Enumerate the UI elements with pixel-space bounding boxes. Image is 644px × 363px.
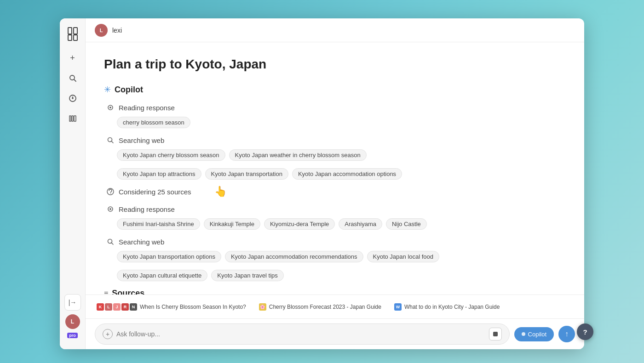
tag-sw1-0[interactable]: Kyoto Japan cherry blossom season xyxy=(117,149,225,161)
followup-input[interactable] xyxy=(116,330,485,338)
main-area: L lexi Plan a trip to Kyoto, Japan ✳ Cop… xyxy=(86,18,584,349)
app-window: + |→ L xyxy=(60,18,584,349)
search-button[interactable] xyxy=(64,70,81,86)
svg-rect-8 xyxy=(69,116,71,121)
send-button[interactable]: ↑ xyxy=(558,326,575,342)
top-bar: L lexi xyxy=(86,18,584,42)
tag-sw2-0[interactable]: Kyoto Japan transportation options xyxy=(117,251,221,262)
searching-web-1-tags-row1: Kyoto Japan cherry blossom season Kyoto … xyxy=(117,149,566,161)
reading-response-1-label: Reading response xyxy=(119,104,175,112)
considering-icon xyxy=(106,187,115,196)
stop-button[interactable] xyxy=(489,328,502,340)
svg-rect-2 xyxy=(68,35,72,40)
tag-rr2-3[interactable]: Arashiyama xyxy=(339,218,382,230)
sidebar-expand-button[interactable]: |→ xyxy=(64,294,81,311)
copilot-dot-icon xyxy=(522,332,525,336)
bottom-tab-label-0: When Is Cherry Blossom Season In Kyoto? xyxy=(140,304,246,310)
searching-icon-1 xyxy=(106,136,115,145)
svg-rect-9 xyxy=(72,116,73,121)
searching-icon-2 xyxy=(106,237,115,246)
content-area[interactable]: Plan a trip to Kyoto, Japan ✳ Copilot Re… xyxy=(86,42,584,295)
sources-list-icon: ≡ xyxy=(104,289,108,295)
considering-label: Considering 25 sources xyxy=(119,188,191,196)
library-button[interactable] xyxy=(64,110,81,127)
reading-response-1-row: Reading response xyxy=(106,103,566,112)
favicon-n: N xyxy=(130,303,137,311)
svg-rect-0 xyxy=(68,28,72,34)
followup-bar: + Copilot ↑ xyxy=(86,318,584,349)
favicon-k: K xyxy=(97,303,104,311)
help-button[interactable]: ? xyxy=(577,323,593,340)
page-title: Plan a trip to Kyoto, Japan xyxy=(104,57,566,72)
tag-sw1-3[interactable]: Kyoto Japan transportation xyxy=(205,168,288,180)
tag-rr2-4[interactable]: Nijo Castle xyxy=(386,218,427,230)
tag-sw2-4[interactable]: Kyoto Japan travel tips xyxy=(211,270,284,281)
followup-input-wrap[interactable]: + xyxy=(95,323,510,345)
svg-line-14 xyxy=(112,142,114,143)
reading-response-2-label: Reading response xyxy=(119,205,175,213)
favicon-c: 🌸 xyxy=(259,303,266,311)
sources-section: ≡ Sources Cherry Blos... Best Root... xyxy=(104,289,566,295)
copilot-button[interactable]: Copilot xyxy=(514,327,554,341)
expand-icon: |→ xyxy=(69,299,77,306)
considering-sources-row: Considering 25 sources xyxy=(106,187,566,196)
sidebar: + |→ L xyxy=(60,18,86,349)
bottom-tab-1[interactable]: 🌸 Cherry Blossom Forecast 2023 - Japan G… xyxy=(253,300,388,314)
svg-rect-10 xyxy=(74,116,76,121)
stop-icon xyxy=(493,332,498,336)
new-button[interactable]: + xyxy=(64,50,81,66)
pro-badge: pro xyxy=(67,333,78,338)
svg-line-20 xyxy=(112,243,114,245)
reading-icon-1 xyxy=(106,103,115,112)
reading-icon-2 xyxy=(106,204,115,214)
tag-sw2-2[interactable]: Kyoto Japan local food xyxy=(367,251,440,262)
svg-line-5 xyxy=(74,79,76,81)
svg-point-18 xyxy=(109,208,111,210)
sources-header: ≡ Sources xyxy=(104,289,566,295)
reading-response-1-tags: cherry blossom season xyxy=(117,117,566,128)
searching-web-2-tags-row1: Kyoto Japan transportation options Kyoto… xyxy=(117,251,566,262)
tag-rr2-1[interactable]: Kinkakuji Temple xyxy=(204,218,260,230)
user-avatar-bottom[interactable]: L xyxy=(65,314,80,329)
copilot-btn-label: Copilot xyxy=(528,331,546,338)
library-icon xyxy=(69,114,77,123)
svg-rect-3 xyxy=(74,35,77,40)
bottom-tab-0[interactable]: K L J R N When Is Cherry Blossom Season … xyxy=(90,300,253,314)
bottom-tab-label-2: What to do in Kyoto City - Japan Guide xyxy=(404,304,500,310)
searching-web-1-row: Searching web xyxy=(106,136,566,145)
tag-sw2-1[interactable]: Kyoto Japan accommodation recommendation… xyxy=(225,251,363,262)
copilot-label: Copilot xyxy=(115,85,143,95)
svg-marker-7 xyxy=(72,96,74,99)
searching-web-1-tags-row2: Kyoto Japan top attractions Kyoto Japan … xyxy=(117,168,566,180)
tab-favicons-0: K L J R N xyxy=(97,303,137,311)
searching-web-2-row: Searching web xyxy=(106,237,566,246)
plus-icon: + xyxy=(70,53,75,63)
tag-sw2-3[interactable]: Kyoto Japan cultural etiquette xyxy=(117,270,207,281)
send-icon: ↑ xyxy=(565,330,569,338)
reading-response-2-row: Reading response xyxy=(106,204,566,214)
tag-cherry-blossom[interactable]: cherry blossom season xyxy=(117,117,190,128)
favicon-j: J xyxy=(113,303,121,311)
tag-sw1-1[interactable]: Kyoto Japan weather in cherry blossom se… xyxy=(229,149,367,161)
search-icon xyxy=(69,74,77,82)
followup-plus-button[interactable]: + xyxy=(103,329,113,339)
bottom-tab-2[interactable]: W What to do in Kyoto City - Japan Guide xyxy=(388,300,506,314)
compass-icon xyxy=(69,94,77,102)
bottom-tabs: K L J R N When Is Cherry Blossom Season … xyxy=(86,295,584,318)
favicon-r: R xyxy=(121,303,129,311)
searching-web-2-tags-row2: Kyoto Japan cultural etiquette Kyoto Jap… xyxy=(117,270,566,281)
tag-rr2-0[interactable]: Fushimi Inari-taisha Shrine xyxy=(117,218,200,230)
user-name: lexi xyxy=(112,27,122,34)
tag-sw1-2[interactable]: Kyoto Japan top attractions xyxy=(117,168,201,180)
favicon-l: L xyxy=(105,303,112,311)
svg-point-12 xyxy=(109,107,111,108)
sources-title: Sources xyxy=(112,289,144,295)
app-logo[interactable] xyxy=(64,26,81,42)
svg-rect-1 xyxy=(74,28,77,34)
discover-button[interactable] xyxy=(64,90,81,107)
copilot-asterisk-icon: ✳ xyxy=(104,85,111,95)
user-avatar-top: L xyxy=(95,24,108,37)
tag-sw1-4[interactable]: Kyoto Japan accommodation options xyxy=(292,168,402,180)
tag-rr2-2[interactable]: Kiyomizu-dera Temple xyxy=(264,218,335,230)
sidebar-bottom: |→ L pro xyxy=(64,294,81,342)
